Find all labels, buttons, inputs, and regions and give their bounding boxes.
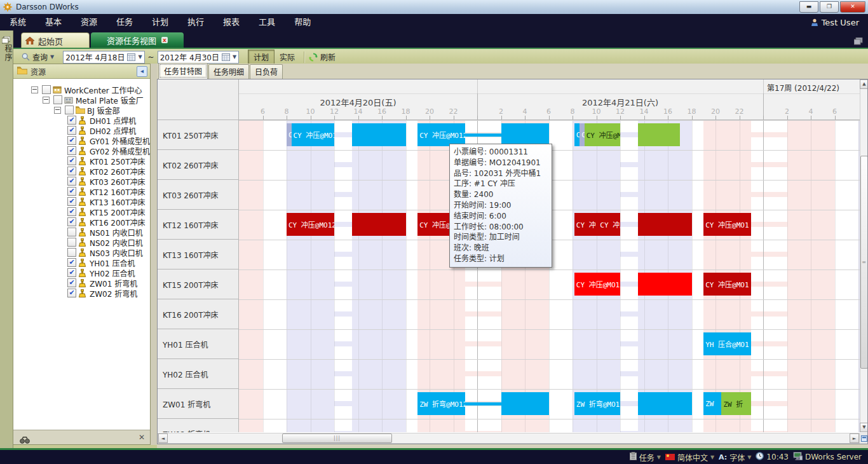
status-dropdown-caret[interactable]: ▼ bbox=[747, 454, 751, 460]
v-scroll-up-arrow[interactable]: ▲ bbox=[860, 79, 868, 89]
tab-list-icon[interactable] bbox=[854, 36, 863, 43]
tree-checkbox[interactable]: ✔ bbox=[67, 217, 76, 226]
tree-node-KT16[interactable]: ✔KT16 200T冲床 bbox=[13, 217, 150, 227]
panel-close-icon[interactable]: ✕ bbox=[139, 433, 145, 442]
task-bar[interactable]: ZW 折 bbox=[721, 392, 751, 415]
task-bar[interactable]: CY 冲压@MO12041904 bbox=[287, 213, 334, 236]
date-to-field[interactable]: 2012年 4月30日 ▼ bbox=[158, 51, 239, 64]
restore-button[interactable]: ❐ bbox=[820, 1, 839, 13]
task-bar[interactable] bbox=[638, 123, 680, 146]
tab-close-icon[interactable]: x bbox=[161, 37, 168, 43]
h-scrollbar[interactable] bbox=[158, 433, 860, 444]
task-bar[interactable]: C bbox=[580, 123, 585, 146]
program-strip-label[interactable]: 程序 bbox=[3, 44, 13, 62]
tree-node-KT12[interactable]: ✔KT12 160T冲床 bbox=[13, 186, 150, 196]
menu-item-5[interactable]: 执行 bbox=[178, 14, 214, 31]
tree-node-KT15[interactable]: ✔KT15 200T冲床 bbox=[13, 207, 150, 217]
task-bar[interactable]: CY 冲压@MO1 bbox=[703, 213, 751, 236]
h-scroll-right-arrow[interactable]: ► bbox=[850, 433, 859, 443]
find-icon[interactable] bbox=[20, 434, 30, 441]
task-bar[interactable]: CY 冲压@MO12041903 bbox=[574, 273, 620, 296]
gantt-tab-1[interactable]: 任务明细 bbox=[208, 64, 249, 79]
status-item-[interactable]: 简体中文▼ bbox=[665, 452, 714, 463]
menu-item-4[interactable]: 计划 bbox=[142, 14, 178, 31]
tree-node-YH01[interactable]: ✔YH01 压合机 bbox=[13, 257, 150, 268]
tree-node-Metal[interactable]: Metal Plate 钣金厂 bbox=[13, 95, 150, 105]
collapse-panel-button[interactable]: ◂ bbox=[137, 66, 147, 77]
tree-expander-icon[interactable] bbox=[54, 107, 61, 114]
tree-checkbox[interactable]: ✔ bbox=[67, 187, 76, 196]
tree-checkbox[interactable] bbox=[67, 238, 76, 247]
task-bar[interactable]: ZW bbox=[703, 392, 721, 415]
tree-node-DH01[interactable]: ✔DH01 点焊机 bbox=[13, 115, 150, 125]
tree-checkbox[interactable]: ✔ bbox=[67, 136, 76, 145]
plan-toggle-button[interactable]: 计划 bbox=[248, 50, 275, 64]
tree-checkbox[interactable]: ✔ bbox=[67, 197, 76, 206]
tree-node-BJ[interactable]: BJ 钣金部 bbox=[13, 105, 150, 115]
task-bar[interactable] bbox=[501, 123, 549, 146]
close-button[interactable]: ✕ bbox=[840, 1, 865, 13]
tree-node-DH02[interactable]: ✔DH02 点焊机 bbox=[13, 125, 150, 135]
date-from-dropdown-caret[interactable]: ▼ bbox=[138, 54, 142, 60]
task-connector[interactable] bbox=[465, 133, 501, 137]
gantt-tab-2[interactable]: 日负荷 bbox=[250, 64, 283, 79]
h-scroll-thumb[interactable]: ||| bbox=[282, 433, 392, 443]
status-dropdown-caret[interactable]: ▼ bbox=[710, 454, 714, 460]
refresh-button[interactable]: 刷新 bbox=[309, 51, 336, 62]
date-to-dropdown-caret[interactable]: ▼ bbox=[233, 54, 236, 60]
tree-node-KT02[interactable]: ✔KT02 260T冲床 bbox=[13, 166, 150, 176]
task-bar[interactable]: ZW 折弯@MO12041901 bbox=[574, 392, 620, 415]
status-dropdown-caret[interactable]: ▼ bbox=[657, 454, 661, 460]
task-bar[interactable]: C bbox=[287, 123, 292, 146]
minimize-button[interactable]: ▬ bbox=[799, 1, 818, 13]
menu-item-8[interactable]: 帮助 bbox=[285, 14, 320, 31]
tree-checkbox[interactable]: ✔ bbox=[67, 268, 76, 277]
task-bar[interactable] bbox=[638, 392, 691, 415]
tree-checkbox[interactable]: ✔ bbox=[67, 146, 76, 155]
calendar-icon[interactable] bbox=[127, 53, 135, 61]
menu-item-1[interactable]: 基本 bbox=[36, 14, 71, 31]
task-bar[interactable] bbox=[352, 213, 405, 236]
panel-splitter[interactable] bbox=[151, 64, 157, 445]
tree-node-KT01[interactable]: ✔KT01 250T冲床 bbox=[13, 156, 150, 166]
query-button[interactable]: 查询 ▼ bbox=[19, 50, 57, 64]
scroll-corner-button[interactable] bbox=[860, 433, 868, 444]
task-bar[interactable]: CY 冲压@MO12041901 bbox=[417, 123, 465, 146]
task-bar[interactable]: CY 冲压@MO12041902 bbox=[585, 123, 620, 146]
tree-checkbox[interactable] bbox=[67, 228, 76, 236]
program-panel-icon[interactable] bbox=[2, 34, 10, 42]
tree-checkbox[interactable]: ✔ bbox=[67, 156, 76, 165]
tree-checkbox[interactable]: ✔ bbox=[67, 177, 76, 186]
task-bar[interactable]: C bbox=[574, 123, 580, 146]
date-from-field[interactable]: 2012年 4月18日 ▼ bbox=[63, 51, 144, 64]
tree-checkbox[interactable] bbox=[42, 85, 51, 94]
menu-item-6[interactable]: 报表 bbox=[214, 14, 249, 31]
menu-item-7[interactable]: 工具 bbox=[249, 14, 285, 31]
gantt-tab-0[interactable]: 任务甘特图 bbox=[158, 63, 208, 79]
tree-expander-icon[interactable] bbox=[43, 97, 50, 104]
v-scroll-down-arrow[interactable]: ▼ bbox=[860, 423, 868, 432]
query-dropdown-caret[interactable]: ▼ bbox=[50, 54, 54, 60]
tree-node-WorkCenter[interactable]: WorkCenter 工作中心 bbox=[13, 85, 150, 95]
actual-toggle-button[interactable]: 实际 bbox=[275, 50, 300, 64]
calendar-icon[interactable] bbox=[222, 53, 230, 61]
tree-expander-icon[interactable] bbox=[31, 86, 38, 93]
tab-resource-task-view[interactable]: 资源任务视图 x bbox=[91, 32, 184, 48]
tree-checkbox[interactable]: ✔ bbox=[67, 278, 76, 287]
tree-checkbox[interactable]: ✔ bbox=[67, 258, 76, 267]
task-bar[interactable]: YH 压合@MO1 bbox=[703, 332, 751, 355]
status-item-[interactable]: 任务▼ bbox=[630, 452, 661, 463]
tree-checkbox[interactable]: ✔ bbox=[67, 289, 76, 297]
tree-node-GY02[interactable]: ✔GY02 外桶成型机 bbox=[13, 146, 150, 156]
menu-item-2[interactable]: 资源 bbox=[71, 14, 107, 31]
task-bar[interactable]: CY 冲压@MO12041901 bbox=[292, 123, 335, 146]
tree-node-ZW01[interactable]: ✔ZW01 折弯机 bbox=[13, 278, 150, 288]
tree-node-NS02[interactable]: NS02 内收口机 bbox=[13, 237, 150, 247]
tree-checkbox[interactable] bbox=[65, 106, 74, 114]
tree-checkbox[interactable] bbox=[53, 95, 62, 104]
task-connector[interactable] bbox=[465, 402, 501, 406]
tree-node-KT13[interactable]: ✔KT13 160T冲床 bbox=[13, 196, 150, 207]
task-bar[interactable] bbox=[638, 213, 691, 236]
tree-checkbox[interactable]: ✔ bbox=[67, 126, 76, 135]
tree-node-KT03[interactable]: ✔KT03 260T冲床 bbox=[13, 176, 150, 186]
